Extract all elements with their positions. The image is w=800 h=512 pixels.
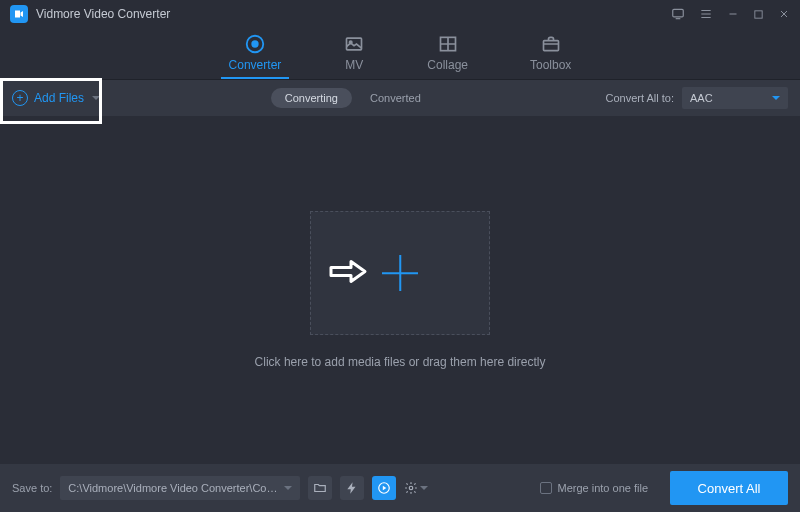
chevron-down-icon	[420, 486, 428, 490]
tab-collage-label: Collage	[427, 58, 468, 72]
save-to-label: Save to:	[12, 482, 52, 494]
svg-rect-7	[543, 40, 558, 50]
drop-zone[interactable]	[310, 211, 490, 335]
toolbox-icon	[540, 34, 562, 54]
tab-mv-label: MV	[345, 58, 363, 72]
close-icon[interactable]	[778, 8, 790, 20]
svg-rect-0	[673, 9, 684, 17]
add-files-button[interactable]: + Add Files	[12, 90, 100, 106]
menu-icon[interactable]	[699, 7, 713, 21]
checkbox-icon	[540, 482, 552, 494]
segment-converting[interactable]: Converting	[271, 88, 352, 108]
svg-rect-1	[755, 10, 762, 17]
chevron-down-icon	[284, 486, 292, 490]
svg-point-3	[252, 41, 258, 47]
gpu-accel-button[interactable]	[340, 476, 364, 500]
tab-toolbox[interactable]: Toolbox	[522, 30, 579, 78]
tab-toolbox-label: Toolbox	[530, 58, 571, 72]
settings-button[interactable]	[404, 476, 428, 500]
convert-all-button[interactable]: Convert All	[670, 471, 788, 505]
mv-icon	[343, 34, 365, 54]
merge-label: Merge into one file	[558, 482, 649, 494]
save-path-value: C:\Vidmore\Vidmore Video Converter\Conve…	[68, 482, 282, 494]
tab-collage[interactable]: Collage	[419, 30, 476, 78]
status-segment: Converting Converted	[271, 88, 435, 108]
segment-converted[interactable]: Converted	[356, 88, 435, 108]
tab-converter[interactable]: Converter	[221, 30, 290, 78]
app-title: Vidmore Video Converter	[36, 7, 671, 21]
plus-circle-icon: +	[12, 90, 28, 106]
convert-all-to-label: Convert All to:	[606, 92, 674, 104]
collage-icon	[437, 34, 459, 54]
open-folder-button[interactable]	[308, 476, 332, 500]
converter-icon	[244, 34, 266, 54]
main-tabs: Converter MV Collage Toolbox	[0, 28, 800, 80]
app-logo	[10, 5, 28, 23]
annotation-arrow-icon	[329, 259, 369, 288]
maximize-icon[interactable]	[753, 9, 764, 20]
tab-mv[interactable]: MV	[335, 30, 373, 78]
save-path-select[interactable]: C:\Vidmore\Vidmore Video Converter\Conve…	[60, 476, 300, 500]
svg-point-9	[410, 486, 414, 490]
drop-hint-text: Click here to add media files or drag th…	[255, 355, 546, 369]
chevron-down-icon	[772, 96, 780, 100]
merge-checkbox[interactable]: Merge into one file	[540, 482, 649, 494]
format-select-value: AAC	[690, 92, 713, 104]
add-files-label: Add Files	[34, 91, 84, 105]
feedback-icon[interactable]	[671, 7, 685, 21]
tab-converter-label: Converter	[229, 58, 282, 72]
high-speed-button[interactable]	[372, 476, 396, 500]
format-select[interactable]: AAC	[682, 87, 788, 109]
minimize-icon[interactable]	[727, 8, 739, 20]
chevron-down-icon	[92, 96, 100, 100]
plus-icon	[382, 255, 418, 291]
